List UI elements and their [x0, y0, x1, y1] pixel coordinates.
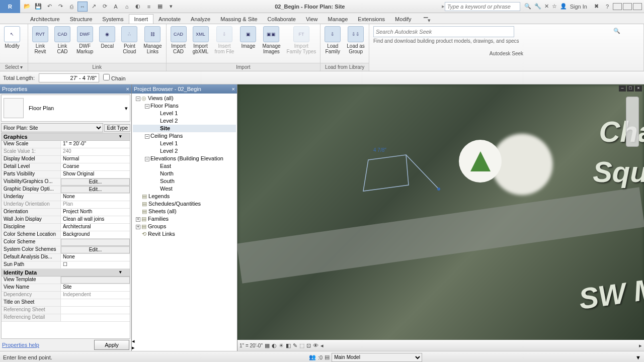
- type-selector[interactable]: Floor Plan ▾: [1, 95, 130, 122]
- seek-search-icon[interactable]: 🔍: [613, 28, 620, 34]
- point-cloud-button[interactable]: ∴PointCloud: [118, 25, 140, 55]
- tree-toggle-icon[interactable]: +: [136, 217, 140, 222]
- prop-row[interactable]: Graphic Display Opti...Edit...: [2, 186, 130, 194]
- prop-category[interactable]: Identity Data: [2, 269, 130, 277]
- prop-row[interactable]: OrientationProject North: [2, 209, 130, 216]
- tab-architecture[interactable]: Architecture: [25, 15, 65, 24]
- link-revit-button[interactable]: RVTLinkRevit: [29, 25, 51, 55]
- prop-row[interactable]: Color Scheme LocationBackground: [2, 231, 130, 239]
- prop-row[interactable]: Display ModelNormal: [2, 156, 130, 163]
- redo-icon[interactable]: ↷: [55, 2, 65, 12]
- decal--button[interactable]: ◉Decal: [96, 25, 118, 50]
- help-icon[interactable]: ?: [606, 4, 609, 10]
- tab-annotate[interactable]: Annotate: [153, 15, 186, 24]
- prop-row[interactable]: Title on Sheet: [2, 299, 130, 307]
- reveal-icon[interactable]: ◂: [320, 342, 324, 349]
- scroll-left-icon[interactable]: ◂: [132, 338, 237, 344]
- prop-row[interactable]: Scale Value 1:240: [2, 148, 130, 156]
- tree-node[interactable]: Level 2: [133, 117, 236, 125]
- select-panel-label[interactable]: Select ▾: [0, 63, 28, 71]
- tab-collaborate[interactable]: Collaborate: [263, 15, 301, 24]
- sketch-lines[interactable]: [358, 150, 449, 210]
- tree-node[interactable]: ⟲ Revit Links: [133, 230, 236, 238]
- tree-node[interactable]: −Floor Plans: [133, 102, 236, 110]
- prop-row[interactable]: DependencyIndependent: [2, 292, 130, 299]
- load-family-button[interactable]: ⇩LoadFamily: [321, 25, 344, 55]
- prop-row[interactable]: Referencing Detail: [2, 314, 130, 322]
- tree-toggle-icon[interactable]: −: [145, 134, 149, 139]
- print-icon[interactable]: ⎙: [66, 2, 76, 12]
- properties-close-icon[interactable]: ×: [126, 86, 129, 92]
- manage-links-button[interactable]: ⛓ManageLinks: [140, 25, 165, 55]
- tree-node[interactable]: East: [133, 162, 236, 170]
- prop-row[interactable]: Referencing Sheet: [2, 307, 130, 314]
- tab-analyze[interactable]: Analyze: [186, 15, 215, 24]
- tree-node[interactable]: Level 1: [133, 140, 236, 147]
- tree-node[interactable]: Level 2: [133, 147, 236, 155]
- prop-row[interactable]: Default Analysis Dis...None: [2, 254, 130, 261]
- favorite-icon[interactable]: ☆: [552, 3, 557, 10]
- tree-node[interactable]: +▤ Groups: [133, 223, 236, 230]
- prop-row[interactable]: Sun Path☐: [2, 261, 130, 269]
- editing-requests[interactable]: :0: [318, 354, 323, 360]
- crop-region-icon[interactable]: ⊡: [306, 342, 311, 349]
- ribbon-expand-icon[interactable]: ▔▾: [424, 17, 431, 24]
- prop-row[interactable]: Parts VisibilityShow Original: [2, 171, 130, 178]
- total-length-input[interactable]: [39, 73, 99, 82]
- tree-toggle-icon[interactable]: −: [145, 104, 149, 109]
- visual-style-icon[interactable]: ◐: [272, 342, 277, 349]
- align-icon[interactable]: ↗: [89, 2, 99, 12]
- view-close-icon[interactable]: ×: [635, 85, 642, 92]
- scroll-right-icon[interactable]: ▸: [132, 344, 237, 351]
- sun-path-icon[interactable]: ☀: [279, 342, 284, 349]
- help-search-input[interactable]: [445, 2, 520, 11]
- undo-icon[interactable]: ↶: [44, 2, 54, 12]
- prop-row[interactable]: View Template: [2, 277, 130, 284]
- view-scale[interactable]: 1" = 20'-0": [239, 343, 263, 348]
- workset-selector[interactable]: Main Model: [332, 353, 422, 362]
- worksets-icon[interactable]: 👥: [309, 354, 316, 360]
- tree-node[interactable]: ▤ Legends: [133, 193, 236, 200]
- measure-icon[interactable]: ↔: [77, 2, 88, 12]
- link-cad-button[interactable]: CADLinkCAD: [51, 25, 73, 55]
- apply-button[interactable]: Apply: [94, 340, 129, 350]
- tab-manage[interactable]: Manage: [323, 15, 353, 24]
- project-tree[interactable]: −◎ Views (all)−Floor PlansLevel 1Level 2…: [132, 94, 237, 338]
- prop-row[interactable]: Wall Join DisplayClean all wall joins: [2, 216, 130, 224]
- filter-icon[interactable]: ▼: [635, 354, 641, 360]
- 3d-icon[interactable]: ⌂: [122, 2, 132, 12]
- navigation-bar[interactable]: [626, 97, 639, 147]
- signin-link[interactable]: Sign In: [570, 4, 587, 10]
- tree-node[interactable]: −Ceiling Plans: [133, 132, 236, 140]
- minimize-button[interactable]: [613, 3, 622, 10]
- maximize-button[interactable]: [623, 3, 632, 10]
- user-icon[interactable]: 👤: [560, 3, 567, 10]
- tree-node[interactable]: South: [133, 177, 236, 185]
- prop-row[interactable]: Visibility/Graphics O...Edit...: [2, 178, 130, 186]
- close-hidden-icon[interactable]: ▦: [155, 2, 165, 12]
- tab-view[interactable]: View: [301, 15, 323, 24]
- modify-button[interactable]: ↖Modify: [1, 25, 23, 50]
- browser-close-icon[interactable]: ×: [232, 86, 235, 92]
- tree-node[interactable]: Site: [133, 125, 236, 132]
- crop-icon[interactable]: ⬚: [299, 342, 304, 349]
- image--button[interactable]: ▣Image: [237, 25, 259, 50]
- seek-search-input[interactable]: [373, 26, 514, 37]
- tree-node[interactable]: North: [133, 170, 236, 177]
- exchange-icon[interactable]: ✕: [544, 3, 549, 10]
- chain-option[interactable]: Chain: [103, 74, 126, 81]
- prop-row[interactable]: View NameSite: [2, 284, 130, 292]
- tree-node[interactable]: West: [133, 185, 236, 193]
- drawing-viewport[interactable]: Cha Squa SW Ma 4 7/8" – □ × 1" = 20'-0" …: [237, 84, 644, 351]
- load-as-group-button[interactable]: ⇩⇩Load asGroup: [344, 25, 368, 55]
- properties-header[interactable]: Properties×: [0, 84, 131, 94]
- tree-node[interactable]: ▤ Schedules/Quantities: [133, 200, 236, 208]
- sync-icon[interactable]: ⟳: [100, 2, 110, 12]
- view-scroll-right-icon[interactable]: ▸: [639, 342, 642, 349]
- hide-isolate-icon[interactable]: 👁: [313, 342, 318, 348]
- manage-images-button[interactable]: ▣▣ManageImages: [259, 25, 283, 55]
- tree-toggle-icon[interactable]: +: [136, 225, 140, 229]
- dwf-markup-button[interactable]: DWFDWFMarkup: [73, 25, 96, 55]
- text-icon[interactable]: A: [111, 2, 121, 12]
- prop-row[interactable]: UnderlayNone: [2, 194, 130, 201]
